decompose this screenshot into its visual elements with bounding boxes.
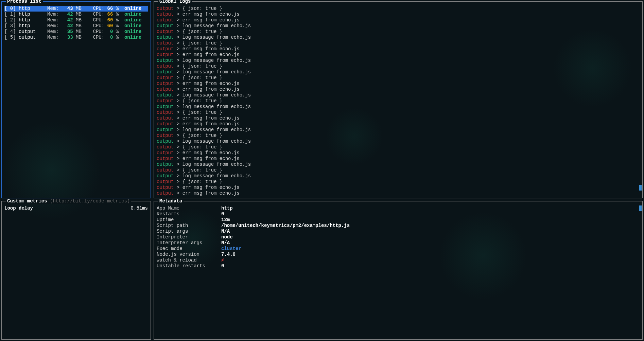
log-source: output	[157, 64, 174, 69]
process-name: http	[19, 6, 47, 12]
metadata-value: 7.4.0	[221, 252, 236, 257]
metadata-value: cluster	[221, 246, 241, 252]
log-source: output	[157, 40, 174, 46]
metrics-body: Loop delay0.51ms	[4, 205, 148, 211]
log-line: output > err msg from echo.js	[157, 185, 640, 191]
log-message: { json: true }	[182, 98, 223, 104]
log-message: { json: true }	[182, 64, 223, 69]
process-row[interactable]: [ 5] output Mem: 33 MB CPU: 0 % online	[4, 35, 148, 40]
logs-body: output > { json: true }output > err msg …	[157, 6, 640, 196]
metadata-row: Interpreternode	[157, 234, 640, 240]
metadata-scrollbar-thumb[interactable]	[639, 205, 642, 211]
log-arrow: >	[174, 173, 182, 179]
log-line: output > err msg from echo.js	[157, 81, 640, 87]
log-message: log message from echo.js	[182, 104, 251, 109]
cpu-value: 66	[107, 6, 116, 12]
main-grid: Process list [ 0] http Mem: 43 MB CPU: 6…	[0, 0, 644, 341]
metadata-value: /home/unitech/keymetrics/pm2/examples/ht…	[221, 223, 350, 229]
metadata-key: Interpreter args	[157, 240, 221, 246]
log-arrow: >	[174, 23, 182, 29]
log-source: output	[157, 156, 174, 161]
metadata-title: Metadata	[158, 198, 184, 204]
metadata-value: 0	[221, 263, 224, 269]
log-source: output	[157, 81, 174, 86]
log-source: output	[157, 75, 174, 80]
log-source: output	[157, 139, 174, 144]
log-source: output	[157, 121, 174, 127]
log-line: output > { json: true }	[157, 6, 640, 12]
log-source: output	[157, 115, 174, 121]
log-message: { json: true }	[182, 167, 223, 173]
log-line: output > err msg from echo.js	[157, 156, 640, 162]
metadata-key: Uptime	[157, 217, 221, 223]
mem-value: 35	[62, 29, 76, 35]
log-message: { json: true }	[182, 29, 223, 34]
log-source: output	[157, 12, 174, 17]
log-message: { json: true }	[182, 40, 223, 46]
log-arrow: >	[174, 144, 182, 150]
log-message: err msg from echo.js	[182, 156, 240, 161]
log-message: { json: true }	[182, 75, 223, 80]
mem-value: 42	[62, 23, 76, 29]
metadata-panel[interactable]: Metadata App NamehttpRestarts0Uptime12mS…	[154, 201, 643, 340]
log-source: output	[157, 23, 174, 29]
process-row[interactable]: [ 0] http Mem: 43 MB CPU: 66 % online	[4, 6, 148, 12]
mem-value: 42	[62, 17, 76, 23]
log-arrow: >	[174, 98, 182, 104]
log-source: output	[157, 191, 174, 196]
process-row[interactable]: [ 3] http Mem: 42 MB CPU: 60 % online	[4, 23, 148, 29]
log-line: output > { json: true }	[157, 167, 640, 173]
log-source: output	[157, 110, 174, 115]
log-message: err msg from echo.js	[182, 191, 240, 196]
log-arrow: >	[174, 46, 182, 52]
process-status: online	[124, 12, 141, 17]
custom-metrics-title: Custom metrics (http://bit.ly/code-metri…	[6, 198, 131, 204]
metadata-value: N/A	[221, 240, 230, 246]
process-row[interactable]: [ 4] output Mem: 35 MB CPU: 0 % online	[4, 29, 148, 35]
process-list-panel[interactable]: Process list [ 0] http Mem: 43 MB CPU: 6…	[1, 1, 151, 198]
log-message: { json: true }	[182, 144, 223, 150]
metadata-key: Exec mode	[157, 246, 221, 252]
global-logs-panel[interactable]: Global Logs output > { json: true }outpu…	[154, 1, 643, 198]
global-logs-title: Global Logs	[158, 0, 192, 4]
cpu-percent: %	[116, 17, 124, 23]
log-line: output > { json: true }	[157, 64, 640, 69]
log-message: log message from echo.js	[182, 162, 251, 167]
process-name: http	[19, 12, 47, 17]
log-line: output > err msg from echo.js	[157, 46, 640, 52]
log-arrow: >	[174, 191, 182, 196]
log-message: err msg from echo.js	[182, 81, 240, 86]
log-arrow: >	[174, 81, 182, 86]
log-line: output > { json: true }	[157, 29, 640, 35]
logs-scrollbar-thumb[interactable]	[639, 185, 642, 191]
log-source: output	[157, 52, 174, 57]
log-arrow: >	[174, 87, 182, 92]
log-line: output > { json: true }	[157, 144, 640, 150]
process-status: online	[124, 17, 141, 23]
log-message: err msg from echo.js	[182, 150, 240, 156]
process-row[interactable]: [ 2] http Mem: 42 MB CPU: 60 % online	[4, 17, 148, 23]
mem-label: Mem:	[47, 17, 62, 23]
custom-metrics-panel[interactable]: Custom metrics (http://bit.ly/code-metri…	[1, 201, 151, 340]
log-message: log message from echo.js	[182, 139, 251, 144]
metadata-body: App NamehttpRestarts0Uptime12mScript pat…	[157, 205, 640, 269]
process-row[interactable]: [ 1] http Mem: 42 MB CPU: 66 % online	[4, 12, 148, 17]
log-line: output > log message from echo.js	[157, 58, 640, 64]
mem-label: Mem:	[47, 6, 62, 12]
log-message: log message from echo.js	[182, 92, 251, 98]
mem-label: Mem:	[47, 23, 62, 29]
log-message: err msg from echo.js	[182, 17, 240, 23]
log-arrow: >	[174, 69, 182, 75]
cpu-value: 0	[107, 35, 116, 40]
mem-unit: MB	[76, 29, 93, 35]
log-arrow: >	[174, 156, 182, 161]
mem-label: Mem:	[47, 35, 62, 40]
process-status: online	[124, 35, 141, 40]
log-arrow: >	[174, 12, 182, 17]
cpu-label: CPU:	[93, 23, 107, 29]
log-source: output	[157, 167, 174, 173]
metadata-row: App Namehttp	[157, 205, 640, 211]
mem-label: Mem:	[47, 12, 62, 17]
process-name: http	[19, 17, 47, 23]
log-message: err msg from echo.js	[182, 52, 240, 57]
